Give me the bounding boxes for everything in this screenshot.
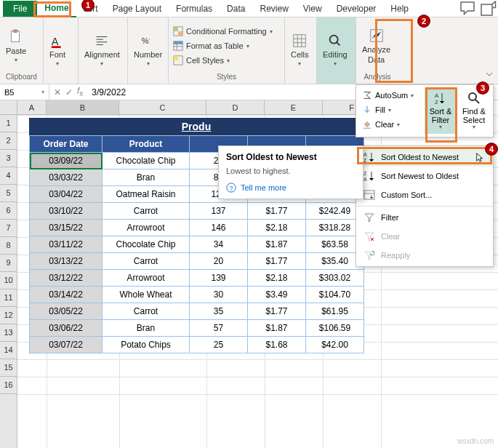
fill-button[interactable]: Fill ▾ [359,103,422,117]
table-cell[interactable]: $1.68 [248,337,306,353]
select-all-corner[interactable] [0,100,17,115]
table-cell[interactable]: Carrot [103,203,190,220]
tab-file[interactable]: File [3,1,37,17]
tell-me-more-link[interactable]: ? Tell me more [226,183,356,193]
row-header-7[interactable]: 7 [0,220,17,237]
conditional-formatting-button[interactable]: Conditional Formatting▾ [172,25,274,37]
row-header-8[interactable]: 8 [0,237,17,255]
table-cell[interactable]: Chocolate Chip [103,153,190,169]
number-button[interactable]: %,Number▾ [131,31,165,68]
row-header-15[interactable]: 15 [0,359,17,377]
table-header[interactable]: Order Date [30,136,103,153]
table-cell[interactable]: 34 [190,236,248,253]
row-header-5[interactable]: 5 [0,185,17,202]
table-cell[interactable]: $1.77 [248,253,306,270]
table-cell[interactable]: Arrowroot [103,270,190,287]
table-cell[interactable]: $2.18 [248,220,306,236]
table-cell[interactable]: $61.95 [306,303,364,320]
column-headers[interactable]: ABCDEF [17,100,381,115]
table-cell[interactable]: 137 [190,203,248,220]
row-header-11[interactable]: 11 [0,289,17,307]
row-header-10[interactable]: 10 [0,272,17,289]
table-cell[interactable]: 03/14/22 [30,287,103,303]
row-headers[interactable]: 12345678910111213141516 [0,100,17,448]
analyze-data-button[interactable]: AnalyzeData [359,26,393,65]
fx-icon[interactable]: fx [77,86,83,97]
col-header-B[interactable]: B [47,100,119,115]
table-cell[interactable]: 146 [190,220,248,236]
table-cell[interactable]: 25 [190,337,248,353]
table-cell[interactable]: $3.49 [248,287,306,303]
sort-newest-oldest[interactable]: ZA Sort Newest to Oldest [356,167,493,185]
paste-button[interactable]: Paste▾ [3,28,29,65]
table-cell[interactable]: $104.70 [306,287,364,303]
table-cell[interactable]: 03/05/22 [30,303,103,320]
table-cell[interactable]: 139 [190,270,248,287]
table-cell[interactable]: 03/12/22 [30,270,103,287]
row-header-4[interactable]: 4 [0,167,17,185]
table-cell[interactable]: Carrot [103,303,190,320]
row-header-14[interactable]: 14 [0,342,17,359]
row-header-2[interactable]: 2 [0,132,17,150]
table-cell[interactable]: Chocolate Chip [103,236,190,253]
row-header-12[interactable]: 12 [0,307,17,324]
table-cell[interactable]: Whole Wheat [103,287,190,303]
table-cell[interactable]: 03/11/22 [30,236,103,253]
tab-data[interactable]: Data [220,1,252,17]
table-cell[interactable]: $2.18 [248,270,306,287]
table-cell[interactable]: $1.87 [248,320,306,337]
find-select-button[interactable]: Find & Select▾ [458,88,490,134]
col-header-C[interactable]: C [119,100,206,115]
tab-home[interactable]: Home [37,0,76,17]
table-cell[interactable]: $106.59 [306,320,364,337]
col-header-E[interactable]: E [265,100,323,115]
row-header-1[interactable]: 1 [0,115,17,132]
format-as-table-button[interactable]: Format as Table▾ [172,40,274,52]
table-cell[interactable]: 03/06/22 [30,320,103,337]
autosum-button[interactable]: AutoSum ▾ [359,88,422,103]
table-cell[interactable]: Oatmeal Raisin [103,186,190,203]
table-cell[interactable]: $1.77 [248,203,306,220]
tab-help[interactable]: Help [383,1,416,17]
col-header-D[interactable]: D [206,100,265,115]
table-cell[interactable]: $42.00 [306,337,364,353]
editing-button[interactable]: Editing▾ [320,31,350,68]
table-cell[interactable]: Potato Chips [103,337,190,353]
table-cell[interactable]: Bran [103,320,190,337]
comments-icon[interactable] [459,1,476,16]
tab-page-layout[interactable]: Page Layout [105,1,169,17]
table-cell[interactable]: Carrot [103,253,190,270]
table-cell[interactable]: 03/13/22 [30,253,103,270]
table-cell[interactable]: 20 [190,253,248,270]
table-cell[interactable]: 35 [190,303,248,320]
enter-formula-icon[interactable]: ✓ [65,87,73,97]
table-cell[interactable]: 03/07/22 [30,337,103,353]
table-cell[interactable]: Arrowroot [103,220,190,236]
table-cell[interactable]: $1.87 [248,236,306,253]
cancel-formula-icon[interactable]: ✕ [54,87,61,97]
filter-button[interactable]: Filter [356,208,493,227]
table-cell[interactable]: 03/15/22 [30,220,103,236]
name-box[interactable]: B5▾ [0,84,49,100]
tab-developer[interactable]: Developer [329,1,384,17]
table-cell[interactable]: 30 [190,287,248,303]
sort-oldest-newest[interactable]: AZ Sort Oldest to Newest [356,148,493,167]
table-cell[interactable]: 03/04/22 [30,186,103,203]
table-cell[interactable]: 03/10/22 [30,203,103,220]
table-cell[interactable]: Bran [103,169,190,186]
sort-filter-button[interactable]: AZ Sort & Filter▾ [425,88,457,134]
row-header-3[interactable]: 3 [0,150,17,167]
alignment-button[interactable]: Alignment▾ [81,31,123,68]
table-cell[interactable]: $303.02 [306,270,364,287]
row-header-6[interactable]: 6 [0,202,17,220]
cells-button[interactable]: Cells▾ [288,31,311,68]
table-cell[interactable]: 03/03/22 [30,169,103,186]
col-header-A[interactable]: A [17,100,47,115]
custom-sort[interactable]: Custom Sort... [356,185,493,204]
cell-styles-button[interactable]: Cell Styles▾ [172,55,274,66]
row-header-9[interactable]: 9 [0,255,17,272]
tab-review[interactable]: Review [252,1,295,17]
tab-view[interactable]: View [296,1,329,17]
row-header-13[interactable]: 13 [0,324,17,342]
table-cell[interactable]: 57 [190,320,248,337]
